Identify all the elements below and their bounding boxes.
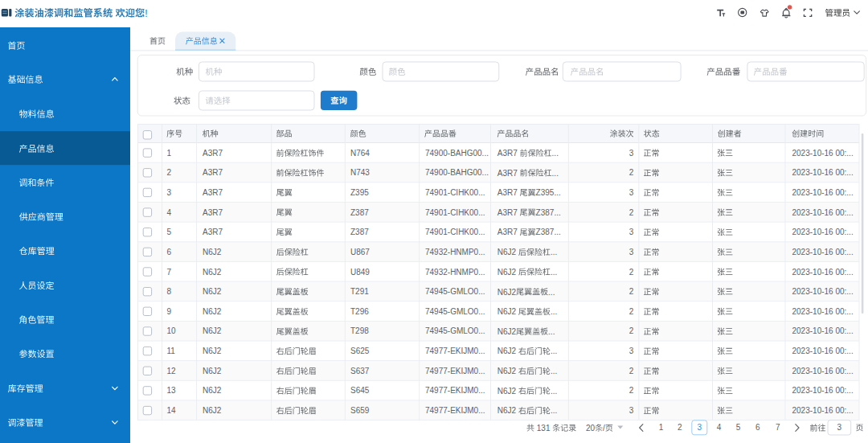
svg-text:N6J2: N6J2 <box>497 288 517 297</box>
svg-text:3: 3 <box>629 248 634 256</box>
svg-text:3: 3 <box>698 423 702 432</box>
svg-text:N6J2: N6J2 <box>497 248 517 256</box>
svg-text:N6J2: N6J2 <box>497 347 517 355</box>
svg-text:S625: S625 <box>350 347 370 355</box>
svg-text:7: 7 <box>167 268 172 277</box>
svg-text:N743: N743 <box>350 168 370 177</box>
svg-text:2023-10-16 00:...: 2023-10-16 00:... <box>792 367 854 375</box>
svg-text:A3R7: A3R7 <box>203 228 223 236</box>
svg-text:...: ... <box>551 347 557 355</box>
svg-text:2023-10-16 00:...: 2023-10-16 00:... <box>792 208 854 217</box>
svg-text:2023-10-16 00:...: 2023-10-16 00:... <box>792 248 854 256</box>
svg-text:A3R7: A3R7 <box>497 208 518 217</box>
svg-text:!: ! <box>145 8 147 19</box>
svg-text:...: ... <box>552 169 559 178</box>
svg-text:N6J2: N6J2 <box>203 248 222 256</box>
svg-text:N6J2: N6J2 <box>203 287 222 296</box>
svg-text:4: 4 <box>167 208 172 217</box>
svg-text:T296: T296 <box>350 307 369 316</box>
svg-text:T291: T291 <box>350 287 369 296</box>
svg-text:10: 10 <box>167 326 177 335</box>
svg-text:U867: U867 <box>350 248 370 256</box>
svg-text:1: 1 <box>659 423 664 432</box>
svg-text:N6J2: N6J2 <box>497 387 517 396</box>
svg-text:74977-EKIJM0...: 74977-EKIJM0... <box>425 386 485 395</box>
svg-text:2: 2 <box>629 307 634 316</box>
svg-text:74900-BAHG00...: 74900-BAHG00... <box>425 149 489 158</box>
svg-text:N6J2: N6J2 <box>203 326 222 335</box>
svg-text:A3R7: A3R7 <box>497 188 518 197</box>
svg-text:N6J2: N6J2 <box>203 307 222 316</box>
svg-text:3: 3 <box>629 347 634 355</box>
svg-text:3: 3 <box>167 188 172 197</box>
svg-text:2023-10-16 00:...: 2023-10-16 00:... <box>792 307 854 316</box>
svg-text:N6J2: N6J2 <box>497 327 517 336</box>
svg-text:4: 4 <box>717 423 722 432</box>
svg-text:N6J2: N6J2 <box>203 367 222 375</box>
svg-text:S659: S659 <box>350 406 370 415</box>
svg-text:3: 3 <box>837 423 842 432</box>
svg-text:N764: N764 <box>350 149 370 158</box>
svg-text:2023-10-16 00:...: 2023-10-16 00:... <box>792 228 854 236</box>
svg-text:/: / <box>603 424 605 433</box>
svg-text:A3R7: A3R7 <box>497 228 518 236</box>
svg-text:2023-10-16 00:...: 2023-10-16 00:... <box>792 188 854 197</box>
svg-text:5: 5 <box>167 228 172 236</box>
svg-text:2: 2 <box>629 326 634 335</box>
svg-text:...: ... <box>551 387 557 396</box>
svg-text:A3R7: A3R7 <box>203 168 223 177</box>
svg-text:20: 20 <box>586 424 596 433</box>
svg-text:74945-GMLO0...: 74945-GMLO0... <box>425 287 485 296</box>
svg-text:...: ... <box>551 406 557 415</box>
svg-text:N6J2: N6J2 <box>203 347 222 355</box>
svg-text:Z395: Z395 <box>350 188 369 197</box>
svg-text:3: 3 <box>629 149 634 158</box>
svg-text:2023-10-16 00:...: 2023-10-16 00:... <box>792 149 854 158</box>
svg-text:3: 3 <box>629 228 634 236</box>
svg-text:N6J2: N6J2 <box>203 268 222 277</box>
svg-text:A3R7: A3R7 <box>203 208 223 217</box>
svg-text:A3R7: A3R7 <box>497 149 518 158</box>
svg-text:8: 8 <box>167 287 172 296</box>
svg-text:5: 5 <box>736 423 741 432</box>
svg-text:6: 6 <box>755 423 760 432</box>
svg-text:2023-10-16 00:...: 2023-10-16 00:... <box>792 326 854 335</box>
svg-text:74977-EKIJM0...: 74977-EKIJM0... <box>425 367 485 375</box>
svg-text:...: ... <box>551 248 557 256</box>
svg-text:6: 6 <box>167 248 172 256</box>
svg-text:T298: T298 <box>350 326 369 335</box>
svg-text:2: 2 <box>629 208 634 217</box>
svg-text:2023-10-16 00:...: 2023-10-16 00:... <box>792 168 854 177</box>
svg-text:11: 11 <box>167 347 176 355</box>
svg-text:74932-HNMP0...: 74932-HNMP0... <box>425 268 485 277</box>
svg-text:2023-10-16 00:...: 2023-10-16 00:... <box>792 406 854 415</box>
svg-text:2023-10-16 00:...: 2023-10-16 00:... <box>792 287 854 296</box>
svg-text:Z387: Z387 <box>350 228 369 236</box>
svg-text:S645: S645 <box>350 386 370 395</box>
svg-text:2: 2 <box>629 268 634 277</box>
svg-text:A3R7: A3R7 <box>203 188 223 197</box>
svg-text:U849: U849 <box>350 268 370 277</box>
svg-text:Z395...: Z395... <box>536 188 561 197</box>
svg-text:N6J2: N6J2 <box>203 406 222 415</box>
svg-text:2: 2 <box>629 386 634 395</box>
svg-text:13: 13 <box>167 386 177 395</box>
svg-text:Z387...: Z387... <box>536 208 561 217</box>
svg-text:3: 3 <box>629 188 634 197</box>
svg-text:...: ... <box>548 288 555 297</box>
svg-text:...: ... <box>552 149 559 158</box>
svg-text:2: 2 <box>167 168 172 177</box>
svg-text:14: 14 <box>167 406 177 415</box>
svg-text:2: 2 <box>678 423 682 432</box>
svg-text:Z387: Z387 <box>350 208 369 217</box>
svg-text:N6J2: N6J2 <box>497 307 517 316</box>
svg-text:...: ... <box>548 327 555 336</box>
svg-text:3: 3 <box>629 406 634 415</box>
svg-text:2023-10-16 00:...: 2023-10-16 00:... <box>792 347 854 355</box>
svg-text:74900-BAHG00...: 74900-BAHG00... <box>425 168 489 177</box>
svg-text:...: ... <box>551 367 557 375</box>
svg-text:N6J2: N6J2 <box>497 268 517 277</box>
svg-text:Z387...: Z387... <box>536 228 561 236</box>
svg-text:74977-EKIJM0...: 74977-EKIJM0... <box>425 406 485 415</box>
svg-text:7: 7 <box>776 423 780 432</box>
